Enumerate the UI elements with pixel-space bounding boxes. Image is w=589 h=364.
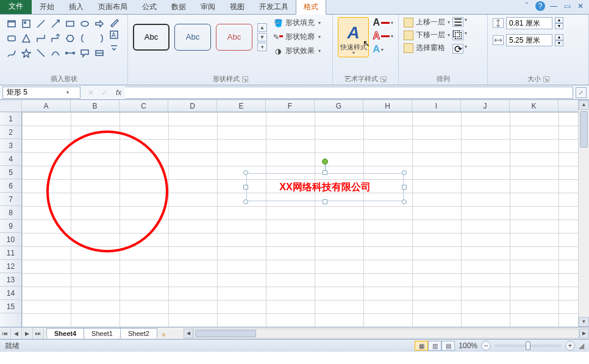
shape-effects-dropdown[interactable]: ◑形状效果▾ — [272, 45, 322, 57]
sheet-tab[interactable]: Sheet2 — [120, 328, 157, 338]
col-header[interactable]: C — [120, 100, 168, 112]
tab-view[interactable]: 视图 — [223, 0, 252, 14]
width-spin-down[interactable]: ▼ — [555, 40, 563, 46]
group-dropdown[interactable]: ⿻ — [452, 30, 463, 40]
resize-handle-w[interactable] — [243, 185, 248, 190]
resize-handle-nw[interactable] — [243, 170, 248, 175]
sheet-nav-last[interactable]: ⏭ — [33, 327, 44, 339]
height-spin-down[interactable]: ▼ — [555, 23, 563, 29]
sheet-add-button[interactable]: ✧ — [157, 331, 171, 339]
resize-handle-ne[interactable] — [402, 170, 407, 175]
row-header[interactable]: 6 — [0, 179, 21, 193]
row-header[interactable]: 13 — [0, 273, 21, 287]
tab-page-layout[interactable]: 页面布局 — [91, 0, 135, 14]
shape-arrow-block-icon[interactable] — [93, 17, 106, 30]
width-spin-up[interactable]: ▲ — [555, 34, 563, 40]
row-header[interactable]: 2 — [0, 126, 21, 139]
cell-grid[interactable]: XX网络科技有限公司 — [22, 112, 578, 327]
shape-rect-icon[interactable] — [63, 17, 77, 30]
shape-more-dropdown[interactable] — [109, 41, 120, 52]
vscroll-thumb[interactable] — [580, 111, 588, 148]
formula-input[interactable] — [125, 87, 573, 99]
view-page-break-button[interactable]: ▤ — [441, 341, 455, 351]
row-header[interactable]: 4 — [0, 152, 21, 166]
scroll-right-button[interactable]: ▶ — [579, 329, 589, 338]
row-header[interactable]: 9 — [0, 219, 21, 233]
shape-textbox-selected[interactable]: XX网络科技有限公司 — [246, 173, 404, 201]
shape-picture-icon[interactable] — [20, 17, 33, 30]
sheet-nav-prev[interactable]: ◀ — [11, 327, 22, 339]
row-header[interactable]: 15 — [0, 300, 21, 313]
textbox-text[interactable]: XX网络科技有限公司 — [246, 173, 404, 201]
rotate-handle[interactable] — [322, 159, 328, 165]
zoom-in-button[interactable]: + — [565, 341, 575, 351]
select-all-corner[interactable] — [0, 100, 22, 112]
tab-home[interactable]: 开始 — [32, 0, 62, 14]
resize-handle-e[interactable] — [402, 185, 407, 190]
shape-style-up[interactable]: ▲ — [257, 23, 267, 32]
resize-handle-n[interactable] — [323, 170, 327, 175]
col-header[interactable]: G — [315, 100, 363, 112]
send-backward-button[interactable]: 下移一层▾ — [404, 30, 450, 40]
window-close-icon[interactable]: ✕ — [576, 1, 585, 11]
align-dropdown[interactable]: ☰ — [452, 17, 463, 27]
name-box-dropdown[interactable]: ▾ — [64, 90, 71, 95]
tab-format[interactable]: 格式 — [296, 0, 326, 15]
resize-handle-sw[interactable] — [243, 199, 248, 204]
wordart-quick-styles[interactable]: A 快速样式 ▾ ↖ — [338, 17, 369, 57]
row-header[interactable]: 10 — [0, 233, 21, 246]
tab-data[interactable]: 数据 — [164, 0, 193, 14]
resize-grip-icon[interactable]: ◢ — [579, 341, 584, 350]
shape-outline-dropdown[interactable]: ✎形状轮廓▾ — [272, 31, 322, 43]
sheet-nav-next[interactable]: ▶ — [22, 327, 33, 339]
col-header[interactable]: F — [266, 100, 315, 112]
shape-style-more[interactable]: ▾ — [257, 43, 267, 51]
fx-confirm-icon[interactable]: ✓ — [99, 88, 110, 97]
row-header[interactable]: 1 — [0, 112, 21, 126]
shape-fill-dropdown[interactable]: 🪣形状填充▾ — [272, 17, 322, 29]
shape-elbow-arrow-icon[interactable] — [49, 32, 62, 45]
view-page-layout-button[interactable]: ▥ — [428, 341, 441, 351]
window-minimize-icon[interactable]: — — [549, 1, 559, 11]
tab-formulas[interactable]: 公式 — [135, 0, 164, 14]
col-header[interactable]: H — [363, 100, 412, 112]
size-dialog[interactable]: ↘ — [543, 76, 549, 82]
zoom-level[interactable]: 100% — [459, 341, 477, 350]
tab-insert[interactable]: 插入 — [62, 0, 91, 14]
row-header[interactable]: 8 — [0, 206, 21, 219]
text-fill-dropdown[interactable]: A▾ — [373, 17, 393, 28]
shape-styles-dialog[interactable]: ↘ — [242, 76, 248, 82]
tab-file[interactable]: 文件 — [0, 0, 32, 14]
selection-pane-button[interactable]: 选择窗格 — [404, 43, 450, 53]
hscroll-thumb[interactable] — [195, 330, 256, 337]
shape-arrow-icon[interactable] — [49, 17, 62, 30]
col-header[interactable]: I — [412, 100, 461, 112]
view-normal-button[interactable]: ▦ — [415, 341, 428, 351]
shape-connector-icon[interactable] — [63, 46, 77, 60]
col-header[interactable]: D — [168, 100, 217, 112]
ribbon-minimize-icon[interactable]: ˇ — [522, 1, 532, 11]
shape-curve-icon[interactable] — [49, 46, 62, 60]
name-box-input[interactable] — [3, 88, 64, 97]
row-header[interactable]: 14 — [0, 287, 21, 300]
sheet-nav-first[interactable]: ⏮ — [0, 327, 11, 339]
zoom-out-button[interactable]: − — [481, 341, 491, 351]
window-restore-icon[interactable]: ▭ — [562, 1, 572, 11]
vertical-scrollbar[interactable]: ▲ ▼ — [578, 100, 589, 327]
row-header[interactable]: 7 — [0, 193, 21, 206]
shape-oval-icon[interactable] — [78, 17, 91, 30]
name-box[interactable]: ▾ — [2, 87, 80, 99]
shape-line-icon[interactable] — [34, 17, 48, 30]
col-header[interactable]: E — [217, 100, 266, 112]
scroll-down-button[interactable]: ▼ — [579, 317, 589, 327]
shape-star-icon[interactable] — [20, 46, 33, 60]
col-header[interactable]: J — [461, 100, 510, 112]
shape-freeform-icon[interactable] — [5, 46, 18, 60]
shape-triangle-icon[interactable] — [20, 32, 33, 45]
col-header[interactable]: A — [22, 100, 71, 112]
shape-roundrect-icon[interactable] — [5, 32, 18, 45]
shape-style-preset-3[interactable]: Abc — [216, 24, 252, 51]
shape-elbow-icon[interactable] — [34, 32, 48, 45]
help-icon[interactable]: ? — [535, 1, 545, 11]
scroll-up-button[interactable]: ▲ — [579, 100, 589, 110]
